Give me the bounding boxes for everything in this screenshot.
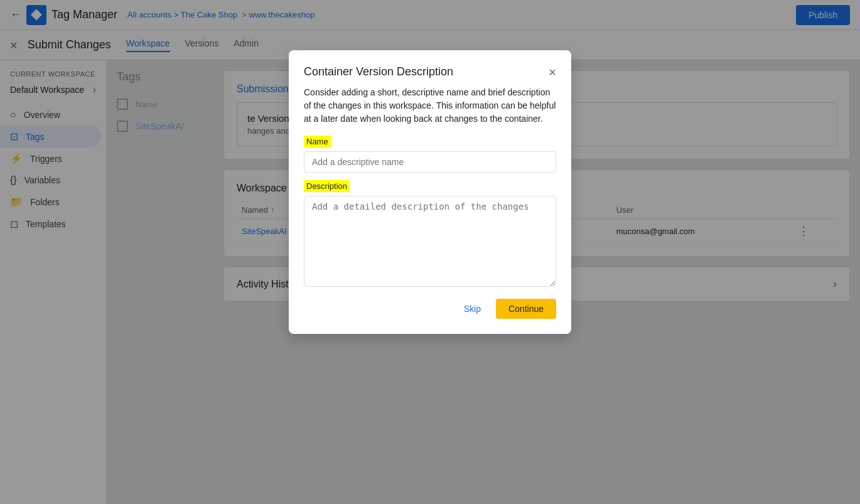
modal-body: Consider adding a short, descriptive nam… <box>304 86 556 126</box>
name-label: Name <box>304 136 331 147</box>
description-textarea[interactable] <box>304 196 556 287</box>
modal-footer: Skip Continue <box>304 299 556 319</box>
continue-button[interactable]: Continue <box>496 299 556 319</box>
modal: Container Version Description × Consider… <box>289 50 571 334</box>
modal-header: Container Version Description × <box>304 65 556 78</box>
modal-overlay: Container Version Description × Consider… <box>0 0 860 504</box>
description-label: Description <box>304 180 350 192</box>
skip-button[interactable]: Skip <box>454 299 491 319</box>
description-field-group: Description <box>304 180 556 289</box>
name-field-group: Name <box>304 136 556 180</box>
modal-title: Container Version Description <box>304 65 453 78</box>
modal-close-button[interactable]: × <box>549 66 556 78</box>
name-input[interactable] <box>304 151 556 173</box>
